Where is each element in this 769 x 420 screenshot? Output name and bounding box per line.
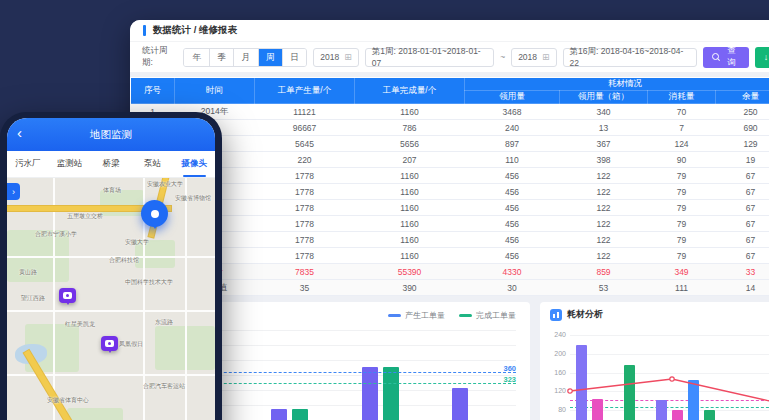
table-cell: 349 <box>648 264 716 280</box>
phone-tab-1[interactable]: 监测站 <box>49 151 91 177</box>
table-cell: 3468 <box>465 104 560 120</box>
year-end-select[interactable]: 2018 ⊞ <box>511 48 556 67</box>
panel-expand-button[interactable]: › <box>7 183 20 200</box>
table-cell: 79 <box>648 232 716 248</box>
calendar-icon: ⊞ <box>542 52 550 62</box>
phone-app-header: ‹ 地图监测 <box>7 118 215 151</box>
map-poi-label: 安徽省博物馆 <box>175 194 211 203</box>
map-view[interactable]: 体育场安徽农业大学安徽省博物馆五里墩立交桥合肥市宁溪小学安徽大学合肥科技馆黄山路… <box>7 178 215 420</box>
legend-item-1[interactable]: 完成工单量 <box>459 310 516 321</box>
phone-tab-3[interactable]: 泵站 <box>132 151 174 177</box>
table-cell: 398 <box>560 152 648 168</box>
bar-完成工单量 <box>292 409 308 420</box>
table-cell: 55390 <box>355 264 465 280</box>
table-row: 177811604561227967 <box>131 200 769 216</box>
period-option-2[interactable]: 月 <box>233 49 257 66</box>
table-cell: 129 <box>716 136 769 152</box>
table-cell: 1778 <box>255 184 355 200</box>
map-poi-label: 东流路 <box>155 318 173 327</box>
legend-label: 产生工单量 <box>405 310 445 321</box>
phone-tab-2[interactable]: 桥梁 <box>90 151 132 177</box>
col-header-time: 时间 <box>175 78 255 104</box>
table-cell: 367 <box>560 136 648 152</box>
table-cell: 7835 <box>255 264 355 280</box>
table-cell: 1160 <box>355 248 465 264</box>
table-cell: 67 <box>716 248 769 264</box>
table-cell: 340 <box>560 104 648 120</box>
col-header-requisition: 领用量 <box>465 91 560 104</box>
col-header-remaining: 余量 <box>716 91 769 104</box>
reference-line-label: 360 <box>503 364 516 373</box>
table-cell: 90 <box>648 152 716 168</box>
map-road <box>185 178 187 420</box>
table-cell: 1778 <box>255 216 355 232</box>
consumable-chart-header: 耗材分析 <box>550 308 603 321</box>
reference-line-label: 323 <box>503 375 516 384</box>
table-cell: 456 <box>465 184 560 200</box>
table-cell: 122 <box>560 248 648 264</box>
table-cell: 122 <box>560 184 648 200</box>
phone-page-title: 地图监测 <box>90 128 132 142</box>
phone-mockup: ‹ 地图监测 污水厂监测站桥梁泵站摄像头 <box>0 112 222 420</box>
download-icon: ↓ <box>764 53 769 62</box>
camera-lens <box>66 294 69 297</box>
table-row: 177811604561227967 <box>131 168 769 184</box>
bar-group-1 <box>271 330 308 420</box>
week-start-input[interactable]: 第1周: 2018-01-01~2018-01-07 <box>365 48 494 67</box>
period-option-0[interactable]: 年 <box>184 49 208 66</box>
table-cell: 220 <box>255 152 355 168</box>
export-excel-button[interactable]: ↓ 导出Excel <box>755 47 769 68</box>
phone-tab-0[interactable]: 污水厂 <box>7 151 49 177</box>
table-cell: 456 <box>465 200 560 216</box>
year-start-select[interactable]: 2018 ⊞ <box>313 48 358 67</box>
map-poi-label: 中国科学技术大学 <box>125 278 173 287</box>
phone-tab-4[interactable]: 摄像头 <box>173 151 215 177</box>
map-road <box>7 310 215 312</box>
table-cell: 33 <box>716 264 769 280</box>
query-button[interactable]: 查询 <box>703 47 749 68</box>
total-row: 合计783555390433085934933 <box>131 264 769 280</box>
col-header-completed: 工单完成量/个 <box>355 78 465 104</box>
table-cell: 1160 <box>355 168 465 184</box>
table-row: 177811604561227967 <box>131 216 769 232</box>
week-end-input[interactable]: 第16周: 2018-04-16~2018-04-22 <box>563 48 697 67</box>
period-option-3[interactable]: 周 <box>258 49 282 66</box>
table-cell: 67 <box>716 216 769 232</box>
table-cell: 79 <box>648 200 716 216</box>
camera-marker[interactable] <box>59 288 76 303</box>
table-cell: 207 <box>355 152 465 168</box>
table-cell: 456 <box>465 168 560 184</box>
table-cell: 1778 <box>255 232 355 248</box>
map-poi-label: 黄山路 <box>19 268 37 277</box>
selected-camera-pin[interactable] <box>141 200 168 227</box>
table-cell: 79 <box>648 168 716 184</box>
table-cell: 250 <box>716 104 769 120</box>
table-cell: 690 <box>716 120 769 136</box>
map-poi-label: 体育场 <box>103 186 121 195</box>
camera-marker[interactable] <box>101 336 118 351</box>
bar-完成工单量 <box>383 367 399 420</box>
table-cell: 110 <box>465 152 560 168</box>
avg-row: 平均值35390305311114 <box>131 280 769 296</box>
table-cell: 1778 <box>255 248 355 264</box>
map-poi-label: 安徽大学 <box>125 238 149 247</box>
period-option-1[interactable]: 季 <box>209 49 233 66</box>
back-icon[interactable]: ‹ <box>17 124 22 142</box>
table-cell: 897 <box>465 136 560 152</box>
table-cell: 30 <box>465 280 560 296</box>
legend-item-0[interactable]: 产生工单量 <box>388 310 445 321</box>
workorder-chart-legend: 产生工单量完成工单量 <box>388 310 516 321</box>
camera-lens <box>108 342 111 345</box>
y-axis-tick: 160 <box>544 369 566 376</box>
table-row: 12014年111211160346834070250 <box>131 104 769 120</box>
table-cell: 79 <box>648 216 716 232</box>
bar-group-3 <box>452 330 489 420</box>
col-header-requisition-box: 领用量（箱） <box>560 91 648 104</box>
map-road <box>53 178 55 420</box>
period-option-4[interactable]: 日 <box>282 49 306 66</box>
table-cell: 7 <box>648 120 716 136</box>
map-poi-label: 红星美凯龙 <box>65 320 95 329</box>
table-cell: 67 <box>716 184 769 200</box>
legend-dash <box>388 314 401 317</box>
bar-产生工单量 <box>452 388 468 420</box>
